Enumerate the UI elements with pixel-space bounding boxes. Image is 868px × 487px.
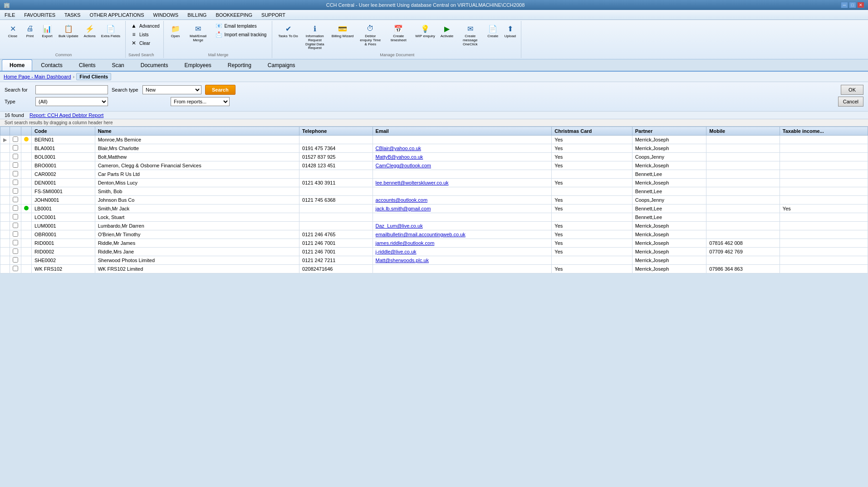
row-email[interactable]: Matt@sherwoods.plc.uk <box>373 256 552 265</box>
row-checkbox-cell[interactable] <box>10 222 21 230</box>
wip-enquiry-button[interactable]: 💡 WIP enquiry <box>413 22 437 40</box>
row-arrow[interactable] <box>0 161 10 170</box>
row-email-link[interactable]: Matt@sherwoods.plc.uk <box>376 258 429 263</box>
row-checkbox[interactable] <box>13 248 18 254</box>
search-type-select[interactable]: New <box>142 85 201 94</box>
upload-button[interactable]: ⬆ Upload <box>502 22 518 40</box>
billing-wizard-button[interactable]: 💳 Billing Wizard <box>329 22 356 40</box>
ok-button[interactable]: OK <box>841 85 863 95</box>
row-email-link[interactable]: james.riddle@outlook.com <box>376 240 435 246</box>
tab-reporting[interactable]: Reporting <box>220 59 259 71</box>
table-row[interactable]: BRO0001Cameron, Clegg & Osborne Financia… <box>0 161 868 170</box>
mail-email-merge-button[interactable]: ✉ Mail/Email Merge <box>185 22 212 44</box>
row-arrow[interactable] <box>0 187 10 196</box>
debtor-enquiry-button[interactable]: ⏱ Debtor enquiry Time & Fees <box>357 22 384 48</box>
row-checkbox[interactable] <box>13 188 18 194</box>
bulk-update-button[interactable]: 📋 Bulk Update <box>56 22 81 40</box>
row-email-link[interactable]: MattyB@yahoo.co.uk <box>376 154 423 160</box>
row-checkbox-cell[interactable] <box>10 144 21 153</box>
menu-favourites[interactable]: FAVOURITES <box>20 11 60 19</box>
breadcrumb-home[interactable]: Home Page - Main Dashboard <box>4 74 71 79</box>
row-checkbox-cell[interactable] <box>10 230 21 239</box>
row-email[interactable] <box>373 187 552 196</box>
tab-scan[interactable]: Scan <box>104 59 132 71</box>
col-status[interactable] <box>21 127 32 136</box>
row-email[interactable] <box>373 136 552 144</box>
col-code[interactable]: Code <box>32 127 95 136</box>
menu-billing[interactable]: BILLING <box>183 11 211 19</box>
row-checkbox-cell[interactable] <box>10 265 21 273</box>
row-checkbox[interactable] <box>13 180 18 185</box>
row-email-link[interactable]: CamClegg@outlook.com <box>376 163 431 168</box>
row-checkbox-cell[interactable] <box>10 205 21 213</box>
row-checkbox-cell[interactable] <box>10 179 21 187</box>
row-checkbox-cell[interactable] <box>10 248 21 256</box>
row-email[interactable]: CBlair@yahoo.co.uk <box>373 144 552 153</box>
expand-arrow-icon[interactable]: ▶ <box>3 137 7 142</box>
search-button[interactable]: Search <box>205 85 235 95</box>
from-reports-select[interactable]: From reports... <box>171 97 230 106</box>
row-arrow[interactable] <box>0 144 10 153</box>
table-row[interactable]: FS-SMI0001Smith, BobBennett,Lee <box>0 187 868 196</box>
extra-fields-button[interactable]: 📄 Extra Fields <box>99 22 123 40</box>
print-button[interactable]: 🖨 Print <box>22 22 38 40</box>
email-templates-button[interactable]: 📧 Email templates <box>214 22 269 30</box>
menu-tasks[interactable]: TASKS <box>60 11 85 19</box>
create-message-button[interactable]: ✉ Create message OneClick <box>456 22 484 48</box>
create-timesheet-button[interactable]: 📅 Create timesheet <box>385 22 412 44</box>
tab-documents[interactable]: Documents <box>133 59 176 71</box>
row-checkbox[interactable] <box>13 162 18 168</box>
row-arrow[interactable] <box>0 213 10 222</box>
row-checkbox[interactable] <box>13 214 18 219</box>
row-checkbox-cell[interactable] <box>10 187 21 196</box>
row-email[interactable]: accounts@outlook.com <box>373 196 552 205</box>
row-arrow[interactable] <box>0 230 10 239</box>
row-checkbox-cell[interactable] <box>10 256 21 265</box>
open-button[interactable]: 📁 Open <box>167 22 184 40</box>
row-checkbox[interactable] <box>13 171 18 176</box>
row-checkbox[interactable] <box>13 136 18 142</box>
row-email[interactable]: lee.bennett@wolterskluwer.co.uk <box>373 179 552 187</box>
menu-bookkeeping[interactable]: BOOKKEEPING <box>211 11 257 19</box>
col-arrow[interactable] <box>0 127 10 136</box>
row-checkbox[interactable] <box>13 197 18 202</box>
table-row[interactable]: LUM0001Lumbardo,Mr DarrenDaz_Lum@live.co… <box>0 222 868 230</box>
row-email[interactable]: Daz_Lum@live.co.uk <box>373 222 552 230</box>
data-table-wrap[interactable]: Code Name Telephone Email Christmas Card… <box>0 127 868 487</box>
create-document-button[interactable]: 📄 Create <box>485 22 501 40</box>
col-christmas-card[interactable]: Christmas Card <box>552 127 632 136</box>
row-email-link[interactable]: CBlair@yahoo.co.uk <box>376 146 421 151</box>
tab-employees[interactable]: Employees <box>177 59 219 71</box>
row-email[interactable] <box>373 170 552 179</box>
menu-file[interactable]: FILE <box>0 11 20 19</box>
row-arrow[interactable]: ▶ <box>0 136 10 144</box>
row-email-link[interactable]: emailbulletin@mail.accountingweb.co.uk <box>376 232 466 237</box>
row-checkbox[interactable] <box>13 223 18 228</box>
table-row[interactable]: DEN0001Denton,Miss Lucy0121 430 3911lee.… <box>0 179 868 187</box>
row-checkbox-cell[interactable] <box>10 153 21 161</box>
row-email-link[interactable]: lee.bennett@wolterskluwer.co.uk <box>376 180 449 185</box>
row-checkbox-cell[interactable] <box>10 170 21 179</box>
col-taxable-income[interactable]: Taxable income... <box>780 127 868 136</box>
row-arrow[interactable] <box>0 265 10 273</box>
row-checkbox-cell[interactable] <box>10 239 21 248</box>
menu-windows[interactable]: WINDOWS <box>149 11 183 19</box>
menu-other-apps[interactable]: OTHER APPLICATIONS <box>85 11 148 19</box>
table-row[interactable]: BLA0001Blair,Mrs Charlotte0191 475 7364C… <box>0 144 868 153</box>
row-checkbox[interactable] <box>13 154 18 159</box>
restore-button[interactable]: □ <box>849 2 856 8</box>
row-arrow[interactable] <box>0 222 10 230</box>
table-row[interactable]: WK FRS102WK FRS102 Limited02082471646Yes… <box>0 265 868 273</box>
row-checkbox-cell[interactable] <box>10 213 21 222</box>
lists-button[interactable]: ≡ Lists <box>128 30 161 39</box>
row-arrow[interactable] <box>0 256 10 265</box>
row-email[interactable]: MattyB@yahoo.co.uk <box>373 153 552 161</box>
row-arrow[interactable] <box>0 179 10 187</box>
table-row[interactable]: ▶BERN01Monroe,Ms BerniceYesMerrick,Josep… <box>0 136 868 144</box>
type-select[interactable]: (All) <box>35 97 108 106</box>
clear-button[interactable]: ✕ Clear <box>128 39 161 47</box>
row-email[interactable] <box>373 265 552 273</box>
row-checkbox-cell[interactable] <box>10 196 21 205</box>
row-email[interactable]: CamClegg@outlook.com <box>373 161 552 170</box>
col-email[interactable]: Email <box>373 127 552 136</box>
